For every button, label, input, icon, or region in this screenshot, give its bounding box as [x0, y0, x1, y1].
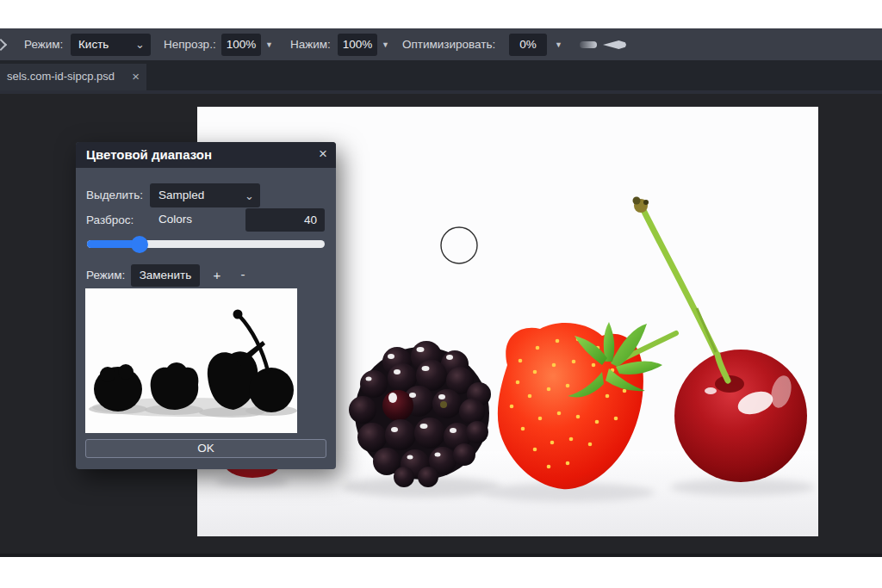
smoothing-input[interactable]: 0% — [509, 34, 547, 56]
smoothing-label: Оптимизировать: — [402, 38, 495, 51]
brush-mode-value: Кисть — [78, 38, 109, 51]
fuzziness-slider-track[interactable] — [87, 240, 325, 248]
app-window: Режим: Кисть ⌄ Непрозр.: 100% ▼ Нажим: 1… — [0, 0, 882, 588]
document-tabbar: sels.com-id-sipcp.psd × — [0, 60, 882, 90]
mode-label: Режим: — [24, 38, 63, 51]
collapse-chevron-icon[interactable] — [0, 39, 7, 51]
document-tab[interactable]: sels.com-id-sipcp.psd × — [0, 64, 146, 90]
pressure-opacity-icon[interactable] — [580, 41, 597, 48]
select-label: Выделить: — [86, 189, 143, 201]
chevron-down-icon: ⌄ — [135, 34, 145, 56]
tab-close-icon[interactable]: × — [132, 64, 140, 90]
select-dropdown[interactable]: Sampled Colors ⌄ — [150, 183, 260, 207]
flow-input[interactable]: 100% — [338, 34, 377, 56]
tool-options-bar: Режим: Кисть ⌄ Непрозр.: 100% ▼ Нажим: 1… — [0, 28, 882, 60]
dialog-titlebar[interactable]: Цветовой диапазон × — [76, 142, 336, 168]
brush-mode-select[interactable]: Кисть ⌄ — [71, 34, 151, 56]
document-tab-title: sels.com-id-sipcp.psd — [7, 70, 115, 83]
dialog-close-icon[interactable]: × — [319, 145, 327, 163]
opacity-label: Непрозр.: — [164, 38, 216, 51]
mode-add-button[interactable]: + — [207, 264, 227, 287]
dialog-title: Цветовой диапазон — [86, 147, 212, 162]
workspace-bottom-edge — [0, 554, 882, 557]
chevron-down-icon: ⌄ — [245, 184, 254, 208]
flow-label: Нажим: — [290, 38, 331, 51]
ok-button[interactable]: OK — [85, 439, 326, 458]
fuzziness-input[interactable]: 40 — [245, 208, 325, 232]
opacity-input[interactable]: 100% — [221, 34, 261, 56]
selection-preview-image — [85, 288, 297, 433]
flow-dropdown-arrow-icon[interactable]: ▼ — [382, 40, 389, 49]
color-range-dialog: Цветовой диапазон × Выделить: Sampled Co… — [76, 142, 336, 469]
opacity-dropdown-arrow-icon[interactable]: ▼ — [265, 40, 273, 49]
smoothing-dropdown-arrow-icon[interactable]: ▼ — [555, 40, 562, 49]
pressure-size-icon[interactable] — [603, 40, 626, 49]
selection-preview — [85, 288, 297, 433]
fuzziness-slider-knob[interactable] — [131, 236, 148, 253]
mode-subtract-button[interactable]: - — [233, 264, 253, 287]
select-dropdown-value: Sampled Colors — [158, 189, 204, 226]
mode-replace-button[interactable]: Заменить — [131, 264, 200, 287]
fuzziness-label: Разброс: — [86, 214, 134, 226]
mode-label: Режим: — [86, 269, 125, 282]
